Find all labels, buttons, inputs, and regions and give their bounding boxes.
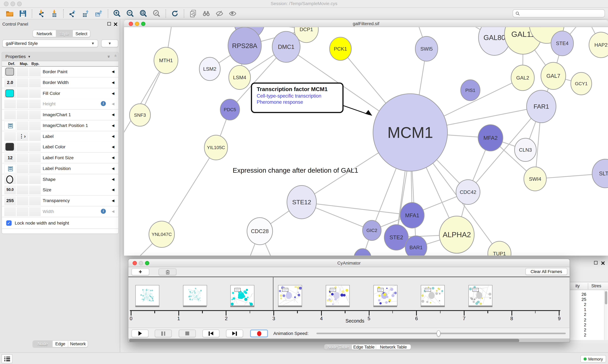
property-row[interactable]: Heighti◀ <box>2 99 118 110</box>
info-icon[interactable]: i <box>101 208 106 214</box>
node-BAR1[interactable]: BAR1 <box>405 236 427 256</box>
play-button[interactable] <box>131 329 149 337</box>
expand-arrow-icon[interactable]: ◀ <box>112 166 114 170</box>
table-cell-connectivity[interactable]: 2 <box>571 327 586 332</box>
table-cell-connectivity[interactable]: 25 <box>571 297 586 302</box>
node-RPS28A[interactable]: RPS28A <box>228 27 262 64</box>
mapping-cell[interactable] <box>17 121 28 130</box>
node-SWI5[interactable]: SWI5 <box>415 36 438 61</box>
table-cell-connectivity[interactable]: 2 <box>571 302 586 307</box>
column-header-connectivity[interactable]: ity <box>575 284 580 288</box>
property-row[interactable]: Label Color◀ <box>2 142 118 153</box>
add-frame-button[interactable]: + <box>131 268 149 275</box>
table-cell-connectivity[interactable]: 26 <box>571 292 586 297</box>
expand-arrow-icon[interactable]: ◀ <box>112 91 114 95</box>
tab-network[interactable]: Network <box>33 30 56 37</box>
scrollbar-thumb[interactable] <box>129 339 519 342</box>
frame-thumbnail-7[interactable] <box>468 285 492 306</box>
annotation-link[interactable]: Cell-type-specific transcription <box>257 93 338 99</box>
bypass-cell[interactable] <box>29 67 41 76</box>
edge-YNL047C-YIL105C[interactable] <box>162 147 216 234</box>
node-GAL2[interactable]: GAL2 <box>511 65 534 91</box>
default-value-cell[interactable] <box>4 121 16 130</box>
mapping-cell[interactable] <box>17 89 28 98</box>
column-header-stress[interactable]: Stres <box>591 284 601 288</box>
expand-arrow-icon[interactable]: ◀ <box>112 145 114 149</box>
default-value-cell[interactable]: 2.0 <box>4 78 16 87</box>
bypass-cell[interactable] <box>29 207 41 216</box>
property-row[interactable]: Border Paint◀ <box>2 66 118 78</box>
zoom-in-icon[interactable] <box>112 9 122 18</box>
expand-arrow-icon[interactable]: ◀ <box>112 177 114 181</box>
zoom-fit-icon[interactable] <box>138 9 149 18</box>
property-row[interactable]: Image/Chart 1◀ <box>2 110 118 120</box>
mapping-cell[interactable] <box>17 143 28 152</box>
tab-select[interactable]: Select <box>72 30 90 37</box>
node-CDC42[interactable]: CDC42 <box>456 180 480 205</box>
float-window-icon[interactable] <box>107 22 111 26</box>
bypass-cell[interactable] <box>29 121 41 130</box>
node-STE2[interactable]: STE2 <box>384 224 408 250</box>
lock-checkbox[interactable]: ✓ <box>6 220 12 225</box>
default-value-cell[interactable] <box>4 164 16 173</box>
expand-arrow-icon[interactable]: ◀ <box>112 80 114 84</box>
import-table-icon[interactable] <box>49 9 59 18</box>
bypass-cell[interactable] <box>29 89 41 98</box>
expand-arrow-icon[interactable]: ◀ <box>112 209 114 213</box>
info-icon[interactable]: i <box>101 101 106 106</box>
open-session-icon[interactable] <box>5 9 15 18</box>
table-cell-connectivity[interactable]: 2 <box>571 333 586 337</box>
tab-edge[interactable]: Edge <box>52 341 68 347</box>
expand-arrow-icon[interactable]: ◀ <box>112 113 114 117</box>
default-value-cell[interactable] <box>4 143 16 152</box>
bypass-cell[interactable] <box>29 164 41 173</box>
frame-thumbnail-1[interactable] <box>183 285 207 306</box>
style-options-button[interactable]: ▼ <box>101 39 118 47</box>
node-YIL105C[interactable]: YIL105C <box>204 135 228 160</box>
delete-frame-button[interactable] <box>159 268 177 275</box>
cyanimator-titlebar[interactable]: CyAnimator <box>128 259 570 267</box>
expand-arrow-icon[interactable]: ◀ <box>112 70 114 74</box>
mapping-cell[interactable] <box>17 175 28 184</box>
property-row[interactable]: 255Transparency◀ <box>2 195 118 207</box>
node-SWI4[interactable]: SWI4 <box>524 167 546 191</box>
default-value-cell[interactable] <box>4 207 16 216</box>
network-canvas[interactable]: RPS28ALSM2LSM4DCP1DMC1PCK1MTH1SNF3PDC5YI… <box>124 27 608 256</box>
node-SNF3[interactable]: SNF3 <box>129 104 151 126</box>
bypass-cell[interactable] <box>29 132 41 141</box>
default-value-cell[interactable] <box>4 132 16 141</box>
zoom-selected-icon[interactable] <box>152 9 162 18</box>
node-STE12[interactable]: STE12 <box>287 185 316 219</box>
property-row[interactable]: Shape◀ <box>2 174 118 185</box>
default-value-cell[interactable]: 255 <box>4 196 16 205</box>
timeline-playhead[interactable] <box>273 277 273 310</box>
node-MFA2[interactable]: MFA2 <box>478 125 503 151</box>
slider-thumb[interactable] <box>437 330 441 337</box>
bypass-cell[interactable] <box>29 196 41 205</box>
mapping-cell[interactable] <box>17 67 28 76</box>
node-PCK1[interactable]: PCK1 <box>330 37 351 60</box>
expand-arrow-icon[interactable]: ◀ <box>112 102 114 106</box>
node-PDC5[interactable]: PDC5 <box>220 99 240 120</box>
property-row[interactable]: 12Label Font Size◀ <box>2 153 118 164</box>
property-row[interactable]: Image/Chart Position 1◀ <box>2 120 118 131</box>
horizontal-scrollbar[interactable] <box>128 338 570 342</box>
timeline[interactable]: 0123456789Seconds <box>128 277 570 327</box>
tab-edge-table[interactable]: Edge Table <box>352 345 376 349</box>
property-row[interactable]: Label Position◀ <box>2 163 118 174</box>
record-button[interactable] <box>250 329 268 337</box>
table-cell-connectivity[interactable]: 1 <box>571 307 586 312</box>
node-ALPHA2[interactable]: ALPHA2 <box>439 216 474 253</box>
zoom-out-icon[interactable] <box>125 9 135 18</box>
expand-arrow-icon[interactable]: ◀ <box>112 188 114 192</box>
annotation-box[interactable]: Transcription factor MCM1 Cell-type-spec… <box>251 83 344 113</box>
bypass-cell[interactable] <box>29 153 41 162</box>
node-CDC28[interactable]: CDC28 <box>247 218 273 245</box>
show-glyphs-icon[interactable] <box>228 9 238 18</box>
annotation-link[interactable]: Pheromone response <box>257 99 338 105</box>
default-value-cell[interactable] <box>4 110 16 119</box>
frame-thumbnail-2[interactable] <box>231 285 255 306</box>
node-MFA1[interactable]: MFA1 <box>400 203 424 228</box>
mapping-cell[interactable] <box>17 153 28 162</box>
default-value-cell[interactable] <box>4 100 16 108</box>
